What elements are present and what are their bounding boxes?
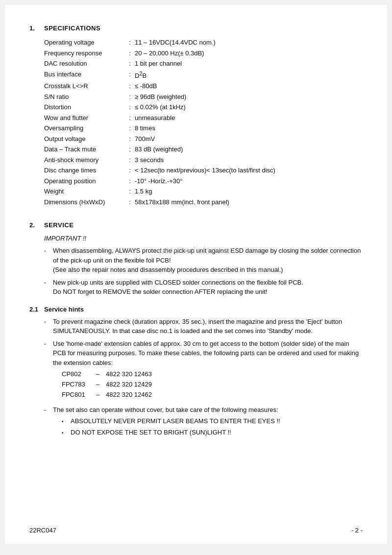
section1-number: 1. xyxy=(29,24,44,32)
section21-bullets: -To prevent magazine check (duration app… xyxy=(44,317,363,439)
parts-num: 4822 320 12429 xyxy=(106,380,152,390)
spec-label: Distortion xyxy=(44,102,125,112)
spec-row: DAC resolution:1 bit per channel xyxy=(44,59,363,69)
spec-label: Oversampling xyxy=(44,123,125,133)
s21-bullet-item: -Use 'home-made' extension cables of app… xyxy=(44,339,363,402)
spec-value: 3 seconds xyxy=(135,155,363,165)
bullet-text: New pick-up units are supplied with CLOS… xyxy=(53,278,363,297)
bullet-text: When disassembling, ALWAYS protect the p… xyxy=(53,246,363,275)
spec-colon: : xyxy=(125,134,135,144)
parts-row: FPC783–4822 320 12429 xyxy=(62,380,363,390)
section2-title: SERVICE xyxy=(44,221,74,229)
spec-row: Bus interface:D2B xyxy=(44,70,363,81)
dot-text: ABSOLUTELY NEVER PERMIT LASER BEAMS TO E… xyxy=(71,416,363,427)
spec-label: Wow and flutter xyxy=(44,113,125,123)
spec-label: Data – Track mute xyxy=(44,145,125,154)
spec-row: Operating position:-10° -Horiz.-+30° xyxy=(44,176,363,186)
spec-value: D2B xyxy=(135,70,363,81)
service-bullet-item: -When disassembling, ALWAYS protect the … xyxy=(44,246,363,275)
spec-colon: : xyxy=(125,92,135,102)
bullet-dash: - xyxy=(44,278,53,288)
spec-colon: : xyxy=(125,123,135,133)
parts-dash: – xyxy=(96,390,106,400)
spec-row: Weight:1.5 kg xyxy=(44,187,363,196)
page: www.radiofans.cn 1. SPECIFICATIONS Opera… xyxy=(5,5,387,544)
spec-value: ≥ 96dB (weighted) xyxy=(135,92,363,102)
dot-item: •ABSOLUTELY NEVER PERMIT LASER BEAMS TO … xyxy=(62,416,363,427)
important-label: IMPORTANT !! xyxy=(44,235,363,242)
spec-colon: : xyxy=(125,59,135,69)
spec-colon: : xyxy=(125,187,135,196)
spec-row: Output voltage:700mV xyxy=(44,134,363,144)
spec-value: 20 – 20,000 Hz(± 0.3dB) xyxy=(135,48,363,58)
spec-colon: : xyxy=(125,113,135,123)
section21-content: -To prevent magazine check (duration app… xyxy=(44,317,363,439)
footer-center: - 2 - xyxy=(351,527,363,534)
spec-row: Operating voltage:11 – 16VDC(14.4VDC nom… xyxy=(44,38,363,48)
section1-header: 1. SPECIFICATIONS xyxy=(29,24,363,32)
spec-value: 8 times xyxy=(135,123,363,133)
section21-number: 2.1 xyxy=(29,306,44,313)
spec-value: 58x178x188 mm(incl. front panel) xyxy=(135,197,363,207)
parts-dash: – xyxy=(96,369,106,380)
spec-colon: : xyxy=(125,102,135,112)
spec-value: unmeasurable xyxy=(135,113,363,123)
parts-code: FPC801 xyxy=(62,390,96,400)
dot-bullet: • xyxy=(62,428,71,437)
spec-row: Distortion:≤ 0.02% (at 1kHz) xyxy=(44,102,363,112)
parts-code: FPC783 xyxy=(62,380,96,390)
spec-value: 700mV xyxy=(135,134,363,144)
section21-title: Service hints xyxy=(44,306,84,313)
spec-label: Operating position xyxy=(44,176,125,186)
spec-value: 1 bit per channel xyxy=(135,59,363,69)
parts-row: CP802–4822 320 12463 xyxy=(62,369,363,380)
spec-label: Weight xyxy=(44,187,125,196)
spec-row: Oversampling:8 times xyxy=(44,123,363,133)
spec-colon: : xyxy=(125,166,135,175)
footer: 22RC047 - 2 - xyxy=(29,527,363,534)
spec-label: Operating voltage xyxy=(44,38,125,48)
dot-text: DO NOT EXPOSE THE SET TO BRIGHT (SUN)LIG… xyxy=(71,428,363,438)
spec-label: Disc change times xyxy=(44,166,125,175)
spec-value: -10° -Horiz.-+30° xyxy=(135,176,363,186)
spec-colon: : xyxy=(125,48,135,58)
service-content: IMPORTANT !! -When disassembling, ALWAYS… xyxy=(44,235,363,297)
spec-row: Anti-shock memory:3 seconds xyxy=(44,155,363,165)
dot-item: •DO NOT EXPOSE THE SET TO BRIGHT (SUN)LI… xyxy=(62,428,363,438)
dot-bullet: • xyxy=(62,416,71,426)
spec-label: Frequency response xyxy=(44,48,125,58)
section2: 2. SERVICE IMPORTANT !! -When disassembl… xyxy=(29,221,363,438)
spec-row: Frequency response:20 – 20,000 Hz(± 0.3d… xyxy=(44,48,363,58)
footer-left: 22RC047 xyxy=(29,527,56,534)
section2-number: 2. xyxy=(29,221,44,229)
dot-list: •ABSOLUTELY NEVER PERMIT LASER BEAMS TO … xyxy=(62,416,363,438)
parts-dash: – xyxy=(96,380,106,390)
parts-table: CP802–4822 320 12463FPC783–4822 320 1242… xyxy=(62,369,363,400)
spec-colon: : xyxy=(125,145,135,154)
parts-num: 4822 320 12462 xyxy=(106,390,152,400)
spec-label: Dimensions (HxWxD) xyxy=(44,197,125,207)
parts-code: CP802 xyxy=(62,369,96,380)
bullet-dash: - xyxy=(44,246,53,256)
section21: 2.1 Service hints -To prevent magazine c… xyxy=(29,306,363,439)
parts-row: FPC801–4822 320 12462 xyxy=(62,390,363,400)
spec-colon: : xyxy=(125,197,135,207)
service-bullet-item: -New pick-up units are supplied with CLO… xyxy=(44,278,363,297)
spec-value: 1.5 kg xyxy=(135,187,363,196)
spec-row: Wow and flutter:unmeasurable xyxy=(44,113,363,123)
bullet-dash: - xyxy=(44,317,53,327)
spec-colon: : xyxy=(125,81,135,91)
spec-colon: : xyxy=(125,155,135,165)
spec-value: 83 dB (weighted) xyxy=(135,145,363,154)
spec-label: Output voltage xyxy=(44,134,125,144)
spec-value: 11 – 16VDC(14.4VDC nom.) xyxy=(135,38,363,48)
section2-header: 2. SERVICE xyxy=(29,221,363,229)
bullet-dash: - xyxy=(44,339,53,349)
parts-num: 4822 320 12463 xyxy=(106,369,152,380)
spec-row: Disc change times:< 12sec(to next/previo… xyxy=(44,166,363,175)
s21-bullet-item: -The set also can operate without cover,… xyxy=(44,405,363,439)
bullet-text: The set also can operate without cover, … xyxy=(53,405,363,439)
spec-label: DAC resolution xyxy=(44,59,125,69)
bullet-dash: - xyxy=(44,405,53,415)
service-bullets: -When disassembling, ALWAYS protect the … xyxy=(44,246,363,297)
